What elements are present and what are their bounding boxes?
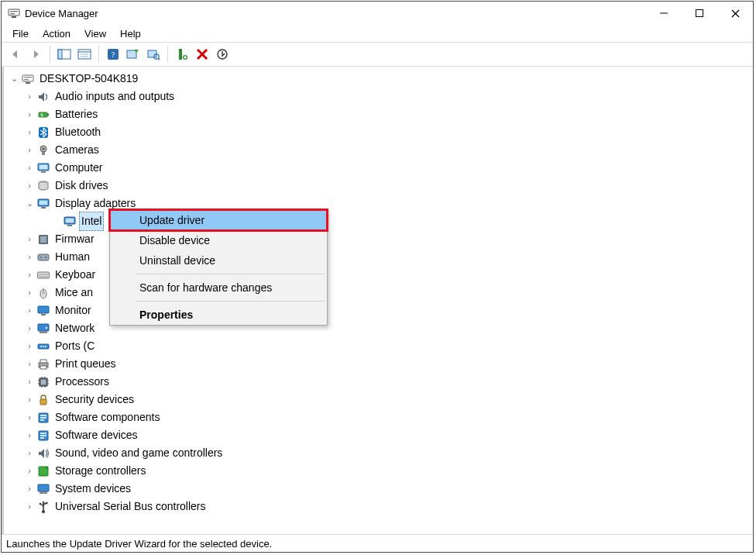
tree-item-system-21[interactable]: ›System devices bbox=[5, 480, 753, 498]
tree-item-label: Storage controllers bbox=[53, 462, 148, 480]
ctx-item-label: Update driver bbox=[139, 214, 204, 226]
expander-icon[interactable]: › bbox=[24, 284, 35, 302]
ctx-properties[interactable]: Properties bbox=[110, 305, 327, 325]
expander-icon[interactable]: › bbox=[24, 302, 35, 319]
toolbar-add-legacy-button[interactable] bbox=[173, 45, 191, 64]
expander-icon[interactable]: › bbox=[24, 230, 35, 248]
expander-icon[interactable]: › bbox=[24, 88, 35, 105]
expander-icon[interactable]: › bbox=[24, 337, 35, 355]
tree-item-label: Print queues bbox=[53, 355, 118, 373]
expander-icon[interactable]: › bbox=[24, 480, 35, 498]
svg-point-61 bbox=[46, 326, 47, 328]
toolbar-properties-button[interactable] bbox=[75, 45, 94, 64]
tree-root-node[interactable]: ⌄DESKTOP-504K819 bbox=[5, 70, 753, 88]
maximize-button[interactable] bbox=[682, 2, 717, 25]
statusbar: Launches the Update Driver Wizard for th… bbox=[2, 534, 753, 552]
tree-item-label: Firmwar bbox=[53, 230, 96, 248]
tree-item-label: Security devices bbox=[53, 391, 136, 408]
tree-item-bluetooth-2[interactable]: ›Bluetooth bbox=[5, 123, 753, 141]
tree-item-battery-1[interactable]: ›Batteries bbox=[5, 105, 753, 123]
toolbar-forward-button[interactable] bbox=[26, 45, 45, 64]
toolbar-show-hide-tree-button[interactable] bbox=[55, 45, 74, 64]
toolbar-scan-button[interactable] bbox=[144, 45, 163, 64]
ctx-scan-hardware[interactable]: Scan for hardware changes bbox=[110, 278, 327, 298]
expander-icon[interactable]: › bbox=[24, 391, 35, 408]
hid-icon bbox=[36, 250, 50, 264]
expander-icon[interactable]: › bbox=[24, 266, 35, 284]
expander-icon[interactable]: › bbox=[24, 248, 35, 266]
window-controls bbox=[646, 2, 753, 25]
toolbar-help-button[interactable]: ? bbox=[104, 45, 122, 64]
ctx-uninstall-device[interactable]: Uninstall device bbox=[110, 250, 327, 271]
svg-rect-30 bbox=[26, 82, 30, 84]
menu-action[interactable]: Action bbox=[36, 26, 77, 41]
tree-item-label: Bluetooth bbox=[53, 123, 102, 141]
tree-item-print-14[interactable]: ›Print queues bbox=[5, 355, 753, 373]
ports-icon bbox=[36, 340, 50, 353]
svg-rect-17 bbox=[148, 50, 156, 57]
expander-icon[interactable]: › bbox=[24, 408, 35, 426]
window-title: Device Manager bbox=[25, 8, 646, 19]
ctx-disable-device[interactable]: Disable device bbox=[110, 230, 327, 250]
menu-view[interactable]: View bbox=[78, 26, 112, 41]
tree-item-ports-13[interactable]: ›Ports (C bbox=[5, 337, 753, 355]
tree-item-label: Intel bbox=[80, 212, 103, 230]
expander-icon[interactable]: › bbox=[24, 319, 35, 337]
tree-item-software-18[interactable]: ›Software devices bbox=[5, 426, 753, 444]
expander-icon[interactable]: › bbox=[24, 105, 35, 123]
expander-icon[interactable]: › bbox=[24, 426, 35, 444]
expander-icon[interactable]: › bbox=[24, 444, 35, 462]
expander-icon[interactable]: ⌄ bbox=[24, 195, 35, 212]
expander-icon[interactable]: › bbox=[24, 355, 35, 373]
svg-point-65 bbox=[45, 346, 46, 347]
expander-icon[interactable]: › bbox=[24, 462, 35, 480]
tree-item-disk-5[interactable]: ›Disk drives bbox=[5, 177, 753, 195]
menu-file[interactable]: File bbox=[6, 26, 35, 41]
tree-item-label: Monitor bbox=[53, 302, 93, 319]
ctx-item-label: Scan for hardware changes bbox=[139, 281, 272, 294]
tree-item-label: Network bbox=[53, 319, 96, 337]
svg-rect-9 bbox=[58, 50, 62, 59]
toolbar-disable-button[interactable] bbox=[213, 45, 232, 64]
expander-icon[interactable]: › bbox=[24, 141, 35, 159]
toolbar-back-button[interactable] bbox=[6, 45, 25, 64]
toolbar-update-driver-button[interactable] bbox=[124, 45, 143, 64]
tree-item-label: Batteries bbox=[53, 105, 99, 123]
svg-point-94 bbox=[40, 502, 42, 505]
disk-icon bbox=[36, 179, 50, 193]
device-tree-pane[interactable]: ⌄DESKTOP-504K819›Audio inputs and output… bbox=[2, 67, 753, 534]
expander-icon[interactable]: › bbox=[24, 373, 35, 391]
tree-item-usb-22[interactable]: ›Universal Serial Bus controllers bbox=[5, 498, 753, 515]
expander-icon[interactable]: › bbox=[24, 498, 35, 515]
tree-item-label: Cameras bbox=[53, 141, 101, 159]
svg-rect-82 bbox=[40, 417, 46, 419]
svg-rect-16 bbox=[127, 50, 136, 58]
svg-rect-49 bbox=[38, 254, 49, 260]
expander-icon[interactable]: › bbox=[24, 159, 35, 177]
svg-point-64 bbox=[43, 346, 44, 347]
tree-item-processor-15[interactable]: ›Processors bbox=[5, 373, 753, 391]
tree-item-sound-19[interactable]: ›Sound, video and game controllers bbox=[5, 444, 753, 462]
expander-icon[interactable]: ⌄ bbox=[9, 70, 19, 88]
tree-item-audio-0[interactable]: ›Audio inputs and outputs bbox=[5, 88, 753, 105]
print-icon bbox=[36, 357, 50, 371]
svg-line-19 bbox=[158, 58, 160, 60]
ctx-update-driver[interactable]: Update driver bbox=[110, 210, 327, 230]
svg-point-92 bbox=[42, 510, 45, 513]
toolbar-separator bbox=[167, 46, 168, 63]
tree-item-storage-20[interactable]: ›Storage controllers bbox=[5, 462, 753, 480]
tree-item-computer-4[interactable]: ›Computer bbox=[5, 159, 753, 177]
svg-rect-28 bbox=[24, 77, 32, 78]
tree-item-software-17[interactable]: ›Software components bbox=[5, 408, 753, 426]
expander-icon[interactable]: › bbox=[24, 123, 35, 141]
svg-rect-70 bbox=[41, 380, 46, 384]
close-button[interactable] bbox=[717, 2, 753, 25]
tree-item-label: Disk drives bbox=[53, 177, 109, 195]
expander-icon[interactable]: › bbox=[24, 177, 35, 195]
ctx-item-label: Uninstall device bbox=[139, 254, 215, 267]
minimize-button[interactable] bbox=[646, 2, 682, 25]
menu-help[interactable]: Help bbox=[114, 26, 147, 41]
toolbar-uninstall-button[interactable] bbox=[193, 45, 211, 64]
tree-item-camera-3[interactable]: ›Cameras bbox=[5, 141, 753, 159]
tree-item-security-16[interactable]: ›Security devices bbox=[5, 391, 753, 408]
